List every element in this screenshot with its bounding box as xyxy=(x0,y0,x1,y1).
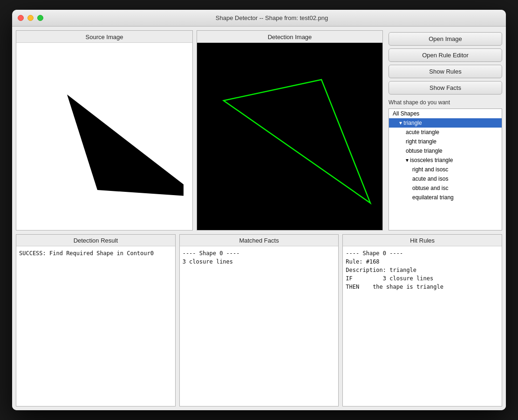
source-label: Source Image xyxy=(16,31,192,43)
detection-triangle-svg xyxy=(198,49,382,224)
matched-facts-label: Matched Facts xyxy=(180,235,339,246)
detection-panel: Detection Image xyxy=(197,30,383,230)
matched-facts-panel: Matched Facts ---- Shape 0 ---- 3 closur… xyxy=(179,234,339,406)
dropdown-item-right-isosceles[interactable]: right and isosc xyxy=(389,165,502,174)
dropdown-item-equilateral-triangle[interactable]: equilateral triang xyxy=(389,193,502,202)
dropdown-item-obtuse-isc[interactable]: obtuse and isc xyxy=(389,183,502,193)
source-triangle-svg xyxy=(25,53,184,220)
bottom-section: Detection Result SUCCESS: Find Required … xyxy=(16,234,502,406)
open-image-button[interactable]: Open Image xyxy=(388,32,502,46)
detection-label: Detection Image xyxy=(197,31,382,43)
minimize-button[interactable] xyxy=(27,15,34,21)
main-content: Source Image Detection Image Open Image … xyxy=(12,27,506,410)
traffic-lights xyxy=(18,15,43,21)
dropdown-item-all-shapes[interactable]: All Shapes xyxy=(389,109,502,118)
dropdown-item-acute-triangle[interactable]: acute triangle xyxy=(389,128,502,137)
window-title: Shape Detector -- Shape from: test02.png xyxy=(43,14,500,21)
dropdown-item-obtuse-triangle[interactable]: obtuse triangle xyxy=(389,146,502,156)
shape-selector-label: What shape do you want xyxy=(388,99,502,106)
detection-result-panel: Detection Result SUCCESS: Find Required … xyxy=(16,234,176,406)
hit-rules-panel: Hit Rules ---- Shape 0 ---- Rule: #168 D… xyxy=(342,234,502,406)
svg-rect-1 xyxy=(198,49,382,224)
dropdown-item-triangle[interactable]: ▾ triangle xyxy=(389,118,502,128)
show-facts-button[interactable]: Show Facts xyxy=(388,81,502,95)
main-window: Shape Detector -- Shape from: test02.png… xyxy=(12,10,506,410)
right-controls: Open Image Open Rule Editor Show Rules S… xyxy=(387,30,502,230)
open-rule-editor-button[interactable]: Open Rule Editor xyxy=(388,48,502,62)
source-panel: Source Image xyxy=(16,30,193,230)
matched-facts-content: ---- Shape 0 ---- 3 closure lines xyxy=(180,246,339,406)
source-image-area xyxy=(16,43,192,230)
title-bar: Shape Detector -- Shape from: test02.png xyxy=(12,10,506,27)
hit-rules-content: ---- Shape 0 ---- Rule: #168 Description… xyxy=(343,246,502,406)
close-button[interactable] xyxy=(18,15,24,21)
hit-rules-label: Hit Rules xyxy=(343,235,502,246)
maximize-button[interactable] xyxy=(37,15,43,21)
dropdown-item-acute-isos[interactable]: acute and isos xyxy=(389,174,502,183)
detection-result-label: Detection Result xyxy=(16,235,175,246)
shape-dropdown[interactable]: All Shapes▾ triangleacute triangleright … xyxy=(388,108,502,230)
top-section: Source Image Detection Image Open Image … xyxy=(16,30,502,230)
dropdown-item-isosceles-triangle[interactable]: ▾ isosceles triangle xyxy=(389,156,502,165)
show-rules-button[interactable]: Show Rules xyxy=(388,65,502,78)
dropdown-item-right-triangle[interactable]: right triangle xyxy=(389,137,502,146)
detection-result-content: SUCCESS: Find Required Shape in Contour0 xyxy=(16,246,175,406)
detection-image-area xyxy=(197,43,382,230)
